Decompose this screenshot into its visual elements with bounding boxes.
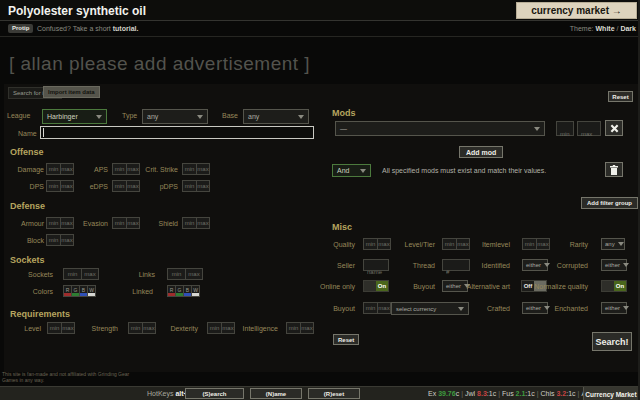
- normalize-quality-toggle[interactable]: On: [601, 280, 627, 292]
- armour-label: Armour: [4, 220, 44, 227]
- strength-label: Strength: [78, 325, 118, 332]
- quality-min-input[interactable]: [364, 239, 377, 249]
- enchanted-value: either: [605, 305, 620, 311]
- add-mod-button[interactable]: Add mod: [459, 146, 503, 158]
- pdps-minmax: [182, 180, 210, 192]
- buyout-max-input[interactable]: [377, 303, 390, 313]
- protip-row: Protip Confused? Take a short tutorial. …: [0, 21, 640, 37]
- currency-market-footer-button[interactable]: Currency Market: [583, 387, 638, 400]
- crit-max-input[interactable]: [196, 164, 209, 174]
- crafted-label: Crafted: [450, 305, 510, 312]
- links-min-input[interactable]: [168, 269, 185, 279]
- enchanted-select[interactable]: either: [601, 302, 627, 314]
- chevron-down-icon: [360, 169, 366, 173]
- theme-white-link[interactable]: White: [596, 25, 615, 32]
- rarity-select[interactable]: any: [601, 238, 625, 250]
- block-max-input[interactable]: [60, 235, 73, 245]
- offense-heading: Offense: [10, 147, 44, 157]
- shield-min-input[interactable]: [183, 218, 196, 228]
- level-label: Level: [1, 325, 41, 332]
- currency-market-header-button[interactable]: currency market →: [516, 2, 637, 19]
- theme-dark-link[interactable]: Dark: [620, 25, 636, 32]
- sockets-minmax: [63, 268, 99, 280]
- hotkey-search-button[interactable]: (S)earch: [185, 388, 244, 399]
- misc-heading: Misc: [332, 222, 352, 232]
- type-select[interactable]: any: [142, 109, 208, 124]
- reset-top-button[interactable]: Reset: [608, 91, 633, 102]
- links-max-input[interactable]: [185, 269, 202, 279]
- intelligence-max-input[interactable]: [300, 323, 313, 333]
- hotkey-reset-button[interactable]: (R)eset: [308, 388, 360, 399]
- armour-min-input[interactable]: [47, 218, 60, 228]
- shield-max-input[interactable]: [196, 218, 209, 228]
- group-type-select[interactable]: And: [332, 164, 371, 177]
- close-icon: [610, 124, 619, 133]
- name-field[interactable]: [41, 133, 313, 144]
- title-bar: Polyolester synthetic oil currency marke…: [0, 0, 640, 21]
- sockets-min-input[interactable]: [64, 269, 81, 279]
- intelligence-min-input[interactable]: [287, 323, 300, 333]
- mod-min-input[interactable]: [557, 128, 573, 141]
- dexterity-min-input[interactable]: [208, 323, 221, 333]
- linked-white-box[interactable]: W: [191, 285, 200, 297]
- dps-min-input[interactable]: [47, 181, 60, 191]
- strength-min-input[interactable]: [129, 323, 142, 333]
- advertisement-placeholder: [ allan please add advertisement ]: [9, 53, 310, 75]
- evasion-min-input[interactable]: [113, 218, 126, 228]
- chevron-down-icon: [534, 127, 540, 131]
- name-input[interactable]: [40, 126, 314, 139]
- text-cursor: [43, 128, 44, 137]
- toggle-off-segment: [364, 281, 376, 291]
- socket-colors-group: R G B W: [63, 285, 96, 297]
- mod-min-box: [556, 121, 574, 136]
- base-select[interactable]: any: [243, 109, 309, 124]
- toggle-off-segment: [602, 281, 614, 291]
- buyout-toggle-label: Buyout: [385, 283, 435, 290]
- sockets-max-input[interactable]: [81, 269, 98, 279]
- edps-min-input[interactable]: [113, 181, 126, 191]
- evasion-label: Evasion: [68, 220, 108, 227]
- chevron-down-icon: [298, 115, 304, 119]
- crit-min-input[interactable]: [183, 164, 196, 174]
- ticker-item: Ex 39.76c: [428, 390, 459, 397]
- chevron-down-icon: [623, 306, 629, 310]
- hotkey-name-button[interactable]: (N)ame: [250, 388, 302, 399]
- base-label: Base: [222, 112, 238, 119]
- trash-icon: [610, 165, 618, 175]
- league-select[interactable]: Harbinger: [42, 109, 107, 124]
- level-max-input[interactable]: [61, 323, 74, 333]
- delete-group-button[interactable]: [605, 162, 623, 177]
- search-button[interactable]: Search!: [592, 332, 632, 351]
- aps-min-input[interactable]: [113, 164, 126, 174]
- chevron-down-icon: [96, 115, 102, 119]
- damage-label: Damage: [4, 166, 44, 173]
- pdps-label: pDPS: [138, 183, 178, 190]
- page: Polyolester synthetic oil currency marke…: [0, 0, 640, 400]
- league-value: Harbinger: [47, 113, 78, 120]
- mods-heading: Mods: [332, 108, 356, 118]
- block-min-input[interactable]: [47, 235, 60, 245]
- edps-label: eDPS: [68, 183, 108, 190]
- pdps-min-input[interactable]: [183, 181, 196, 191]
- theme-label: Theme:: [570, 25, 594, 32]
- online-only-label: Online only: [305, 283, 355, 290]
- level-min-input[interactable]: [48, 323, 61, 333]
- site-disclaimer: This site is fan-made and not affiliated…: [2, 372, 134, 383]
- pdps-max-input[interactable]: [196, 181, 209, 191]
- chevron-down-icon: [197, 115, 203, 119]
- corrupted-label: Corrupted: [518, 262, 588, 269]
- identified-label: Identified: [450, 262, 510, 269]
- strength-max-input[interactable]: [142, 323, 155, 333]
- mod-max-input[interactable]: [578, 128, 600, 141]
- reset-form-button[interactable]: Reset: [333, 334, 359, 345]
- tutorial-link[interactable]: tutorial.: [113, 25, 139, 32]
- remove-mod-button[interactable]: [605, 120, 623, 136]
- sockets-heading: Sockets: [10, 255, 45, 265]
- mod-select[interactable]: —: [335, 121, 545, 136]
- add-filter-group-button[interactable]: Add filter group: [581, 197, 638, 209]
- tab-import-item-data[interactable]: Import item data: [43, 86, 100, 98]
- damage-min-input[interactable]: [47, 164, 60, 174]
- buyout-min-input[interactable]: [364, 303, 377, 313]
- corrupted-select[interactable]: either: [601, 259, 627, 271]
- socket-white-box[interactable]: W: [87, 285, 96, 297]
